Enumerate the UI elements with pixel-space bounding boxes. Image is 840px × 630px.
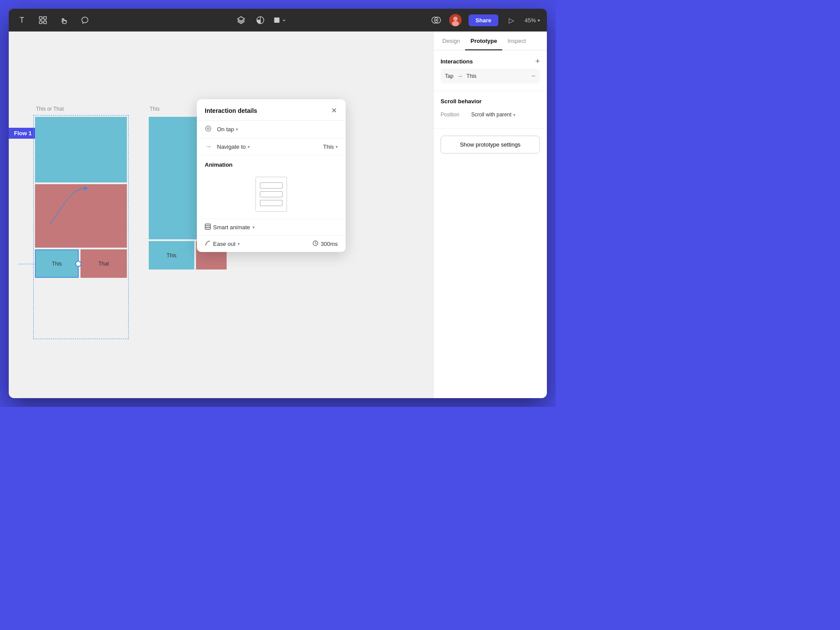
trigger-row[interactable]: On tap ▾ bbox=[197, 121, 346, 138]
action-chevron: ▾ bbox=[248, 144, 250, 149]
animation-type-item[interactable]: Smart animate ▾ bbox=[205, 224, 255, 231]
that-button[interactable]: That bbox=[80, 249, 127, 278]
user-avatar[interactable] bbox=[449, 14, 462, 26]
svg-rect-1 bbox=[44, 17, 46, 19]
svg-point-12 bbox=[435, 19, 437, 21]
panel-title: Interaction details bbox=[205, 107, 257, 114]
play-button[interactable]: ▷ bbox=[505, 14, 518, 26]
this-button[interactable]: This bbox=[35, 249, 79, 278]
svg-rect-0 bbox=[39, 17, 42, 19]
zoom-indicator[interactable]: 45% ▾ bbox=[525, 17, 540, 24]
scroll-behavior-section: Scroll behavior Position Scroll with par… bbox=[434, 91, 547, 129]
panel-header: Interaction details ✕ bbox=[197, 99, 346, 121]
easing-chevron: ▾ bbox=[238, 242, 240, 246]
tap-label: Tap bbox=[445, 73, 453, 79]
anim-bar-3 bbox=[260, 200, 283, 206]
blue-rect-top[interactable] bbox=[35, 117, 127, 182]
animation-icon bbox=[256, 177, 287, 212]
dashed-line-left bbox=[18, 264, 36, 264]
animation-label: Animation bbox=[197, 155, 346, 172]
ease-duration-row: Ease out ▾ 300ms bbox=[197, 235, 346, 252]
duration-item[interactable]: 300ms bbox=[312, 240, 338, 248]
action-label[interactable]: Navigate to ▾ bbox=[217, 144, 250, 150]
interactions-title: Interactions bbox=[441, 58, 473, 65]
easing-item[interactable]: Ease out ▾ bbox=[205, 240, 240, 248]
tab-design[interactable]: Design bbox=[437, 32, 465, 50]
interactions-header: Interactions + bbox=[441, 57, 540, 65]
duration-icon bbox=[312, 240, 318, 248]
tab-prototype[interactable]: Prototype bbox=[465, 32, 502, 50]
easing-icon bbox=[205, 240, 211, 248]
app-window: T bbox=[9, 9, 547, 398]
comment-tool[interactable] bbox=[79, 14, 91, 26]
action-icon: → bbox=[205, 143, 213, 150]
interactions-section: Interactions + Tap → This − bbox=[434, 50, 547, 91]
hand-tool[interactable] bbox=[58, 14, 70, 26]
frame1-label: This or That bbox=[36, 106, 64, 112]
animation-options-row: Smart animate ▾ bbox=[197, 219, 346, 235]
svg-point-16 bbox=[452, 21, 459, 26]
tab-inspect[interactable]: Inspect bbox=[502, 32, 531, 50]
svg-rect-3 bbox=[44, 21, 46, 24]
canvas-area[interactable]: Flow 1 This or That This bbox=[9, 32, 433, 398]
right-panel: Design Prototype Inspect Interactions + … bbox=[433, 32, 547, 398]
smart-animate-icon bbox=[205, 224, 211, 231]
close-panel-button[interactable]: ✕ bbox=[330, 106, 338, 115]
bottom-row: This That bbox=[35, 249, 127, 278]
toolbar: T bbox=[9, 9, 547, 32]
svg-rect-2 bbox=[39, 21, 42, 24]
rose-rect[interactable] bbox=[35, 184, 127, 248]
animation-type-chevron: ▾ bbox=[252, 225, 255, 230]
tap-target: This bbox=[466, 73, 476, 79]
text-tool[interactable]: T bbox=[16, 14, 28, 26]
toolbar-left: T bbox=[16, 14, 91, 26]
anim-bar-2 bbox=[260, 191, 283, 197]
interaction-panel: Interaction details ✕ On tap ▾ bbox=[197, 99, 346, 252]
anim-bar-1 bbox=[260, 182, 283, 189]
resources-icon[interactable] bbox=[235, 14, 247, 26]
trigger-icon bbox=[205, 125, 213, 133]
add-interaction-button[interactable]: + bbox=[535, 57, 540, 65]
scroll-title: Scroll behavior bbox=[441, 98, 482, 105]
frame2-label: This bbox=[150, 106, 160, 112]
toolbar-center bbox=[98, 14, 423, 26]
show-prototype-settings-button[interactable]: Show prototype settings bbox=[441, 136, 540, 154]
share-button[interactable]: Share bbox=[469, 14, 498, 26]
target-chevron: ▾ bbox=[336, 144, 338, 149]
position-label: Position bbox=[441, 112, 471, 118]
svg-rect-9 bbox=[274, 18, 280, 23]
panel-tabs: Design Prototype Inspect bbox=[434, 32, 547, 50]
component-icon[interactable] bbox=[273, 14, 286, 26]
connection-dot[interactable] bbox=[75, 261, 81, 267]
animation-preview bbox=[197, 172, 346, 219]
position-row: Position Scroll with parent ▾ bbox=[441, 108, 540, 121]
toolbar-right: Share ▷ 45% ▾ bbox=[430, 14, 540, 26]
svg-point-14 bbox=[453, 17, 458, 21]
target-value[interactable]: This ▾ bbox=[323, 144, 338, 150]
position-chevron: ▾ bbox=[513, 112, 515, 117]
theme-icon[interactable] bbox=[254, 14, 266, 26]
action-row[interactable]: → Navigate to ▾ This ▾ bbox=[197, 138, 346, 155]
remove-interaction-button[interactable]: − bbox=[532, 72, 536, 80]
interaction-arrow-icon: → bbox=[457, 73, 463, 80]
svg-point-18 bbox=[207, 128, 209, 130]
position-value[interactable]: Scroll with parent ▾ bbox=[471, 112, 515, 118]
trigger-label[interactable]: On tap ▾ bbox=[217, 126, 238, 133]
svg-rect-19 bbox=[205, 224, 210, 229]
svg-point-17 bbox=[206, 126, 211, 131]
frame-tool[interactable] bbox=[37, 14, 49, 26]
this-button-frame2[interactable]: This bbox=[149, 241, 194, 270]
interaction-item[interactable]: Tap → This − bbox=[441, 69, 540, 84]
main-content: Flow 1 This or That This bbox=[9, 32, 547, 398]
present-icon[interactable] bbox=[430, 14, 442, 26]
scroll-header: Scroll behavior bbox=[441, 98, 540, 105]
trigger-chevron: ▾ bbox=[236, 127, 238, 132]
frame1[interactable]: This That bbox=[35, 117, 127, 278]
